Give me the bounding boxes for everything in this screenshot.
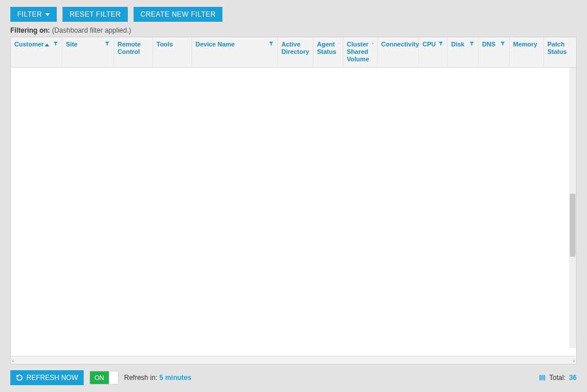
device-grid: CustomerSiteRemote ControlToolsDevice Na…: [10, 37, 577, 364]
filter-status-line: Filtering on: (Dashboard filter applied.…: [10, 26, 577, 34]
vertical-scrollbar[interactable]: [569, 68, 576, 348]
funnel-icon[interactable]: [469, 41, 475, 46]
column-header-agent[interactable]: Agent Status: [314, 37, 343, 67]
toolbar: FILTER RESET FILTER CREATE NEW FILTER: [10, 7, 577, 22]
column-header-disk[interactable]: Disk: [448, 37, 479, 67]
horizontal-scrollbar[interactable]: ‹›: [11, 356, 576, 364]
column-label: Tools: [156, 41, 173, 48]
total-count: Total: 36: [539, 374, 577, 382]
column-label: Device Name: [195, 41, 235, 48]
svg-rect-2: [539, 379, 545, 380]
list-icon: [539, 374, 546, 381]
funnel-icon[interactable]: [438, 41, 444, 46]
column-label: Disk: [451, 41, 464, 48]
funnel-icon[interactable]: [53, 41, 58, 46]
footer: REFRESH NOW ON Refresh in: 5 minutes Tot…: [10, 364, 577, 385]
column-label: Active Directory: [281, 41, 309, 56]
auto-refresh-toggle[interactable]: ON: [89, 371, 119, 385]
column-label: Connectivity: [381, 41, 419, 48]
column-header-conn[interactable]: Connectivity: [378, 37, 419, 67]
column-label: Agent Status: [317, 41, 336, 56]
column-header-tools[interactable]: Tools: [153, 37, 192, 67]
create-filter-button[interactable]: CREATE NEW FILTER: [134, 7, 222, 22]
column-header-rc[interactable]: Remote Control: [114, 37, 153, 67]
refresh-now-button[interactable]: REFRESH NOW: [10, 370, 84, 385]
refresh-icon: [16, 374, 23, 381]
column-label: Memory: [513, 41, 537, 48]
column-label: Site: [66, 41, 77, 48]
funnel-icon[interactable]: [500, 41, 506, 46]
refresh-countdown: Refresh in: 5 minutes: [124, 374, 191, 382]
column-header-dns[interactable]: DNS: [479, 37, 510, 67]
column-label: Cluster Shared Volume: [347, 41, 370, 64]
svg-rect-1: [539, 377, 545, 378]
funnel-icon[interactable]: [104, 41, 110, 46]
column-label: Patch Status: [547, 41, 569, 56]
column-header-cpu[interactable]: CPU: [419, 37, 448, 67]
column-label: DNS: [482, 41, 495, 48]
funnel-icon[interactable]: [339, 41, 339, 46]
column-header-csv[interactable]: Cluster Shared Volume: [343, 37, 378, 67]
column-header-memory[interactable]: Memory: [510, 37, 544, 67]
column-header-patch[interactable]: Patch Status: [544, 37, 573, 67]
reset-filter-button[interactable]: RESET FILTER: [62, 7, 128, 22]
column-label: CPU: [422, 41, 436, 48]
column-header-ad[interactable]: Active Directory: [278, 37, 314, 67]
caret-down-icon: [45, 13, 50, 16]
column-header-site[interactable]: Site: [62, 37, 114, 67]
filter-button[interactable]: FILTER: [10, 7, 57, 22]
funnel-icon[interactable]: [539, 41, 540, 46]
grid-header: CustomerSiteRemote ControlToolsDevice Na…: [11, 37, 576, 68]
column-header-customer[interactable]: Customer: [11, 37, 62, 67]
column-label: Customer: [14, 41, 49, 48]
sort-asc-icon: [45, 44, 49, 46]
funnel-icon[interactable]: [268, 41, 274, 46]
funnel-icon[interactable]: [372, 41, 374, 46]
column-label: Remote Control: [118, 41, 149, 56]
svg-rect-0: [539, 375, 545, 377]
column-header-devname[interactable]: Device Name: [192, 37, 278, 67]
grid-body: [11, 68, 576, 356]
